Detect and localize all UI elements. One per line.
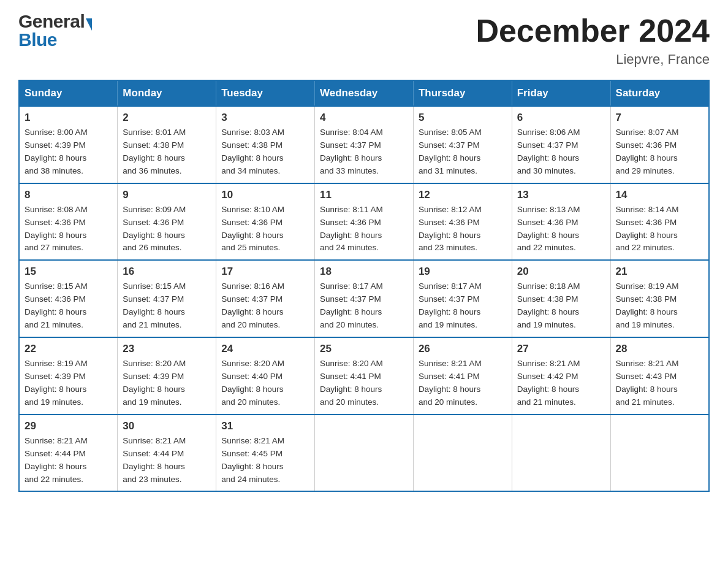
daylight-label: Daylight: 8 hours and 20 minutes. xyxy=(221,385,283,407)
daylight-label: Daylight: 8 hours and 33 minutes. xyxy=(320,153,382,175)
daylight-label: Daylight: 8 hours and 20 minutes. xyxy=(419,385,480,407)
sunset-time: 4:38 PM xyxy=(153,140,184,150)
sunset-time: 4:37 PM xyxy=(547,140,578,150)
daylight-label: Daylight: 8 hours and 22 minutes. xyxy=(25,462,86,484)
sunrise-time: 8:20 AM xyxy=(156,359,186,368)
col-monday: Monday xyxy=(118,80,216,106)
sunrise-label: Sunrise: xyxy=(320,128,352,137)
day-number: 31 xyxy=(221,420,309,432)
sunrise-time: 8:06 AM xyxy=(550,128,580,137)
day-info: Sunrise: 8:07 AM Sunset: 4:36 PM Dayligh… xyxy=(616,126,703,178)
sunset-time: 4:39 PM xyxy=(153,372,184,381)
day-info: Sunrise: 8:05 AM Sunset: 4:37 PM Dayligh… xyxy=(419,126,507,178)
day-number: 1 xyxy=(25,112,112,124)
sunrise-time: 8:03 AM xyxy=(254,128,284,137)
day-number: 25 xyxy=(320,343,408,355)
daylight-label: Daylight: 8 hours and 21 minutes. xyxy=(616,385,678,407)
sunset-time: 4:43 PM xyxy=(646,372,677,381)
daylight-label: Daylight: 8 hours and 24 minutes. xyxy=(221,462,283,484)
sunset-label: Sunset: xyxy=(25,449,55,458)
sunrise-time: 8:01 AM xyxy=(156,128,186,137)
day-info: Sunrise: 8:19 AM Sunset: 4:39 PM Dayligh… xyxy=(25,358,112,409)
table-row: 15 Sunrise: 8:15 AM Sunset: 4:36 PM Dayl… xyxy=(19,260,118,337)
day-number: 10 xyxy=(221,189,309,201)
day-number: 29 xyxy=(25,420,112,432)
sunrise-label: Sunrise: xyxy=(25,359,57,368)
sunset-time: 4:36 PM xyxy=(646,218,677,227)
sunrise-time: 8:07 AM xyxy=(648,128,679,137)
sunrise-label: Sunrise: xyxy=(419,205,451,214)
sunset-time: 4:41 PM xyxy=(449,372,479,381)
daylight-label: Daylight: 8 hours and 31 minutes. xyxy=(419,153,480,175)
daylight-label: Daylight: 8 hours and 22 minutes. xyxy=(517,231,579,253)
day-number: 23 xyxy=(123,343,211,355)
table-row: 5 Sunrise: 8:05 AM Sunset: 4:37 PM Dayli… xyxy=(413,106,512,183)
sunrise-time: 8:08 AM xyxy=(57,205,88,214)
day-info: Sunrise: 8:19 AM Sunset: 4:38 PM Dayligh… xyxy=(616,280,703,332)
logo: General Blue xyxy=(18,12,92,49)
sunrise-label: Sunrise: xyxy=(320,359,352,368)
calendar-week-row: 1 Sunrise: 8:00 AM Sunset: 4:39 PM Dayli… xyxy=(19,106,709,183)
sunset-time: 4:38 PM xyxy=(547,294,578,304)
sunset-label: Sunset: xyxy=(616,372,646,381)
table-row: 16 Sunrise: 8:15 AM Sunset: 4:37 PM Dayl… xyxy=(118,260,216,337)
table-row: 22 Sunrise: 8:19 AM Sunset: 4:39 PM Dayl… xyxy=(19,337,118,415)
sunrise-time: 8:18 AM xyxy=(550,282,580,291)
col-sunday: Sunday xyxy=(19,80,118,106)
col-friday: Friday xyxy=(512,80,610,106)
day-number: 2 xyxy=(123,112,211,124)
sunset-label: Sunset: xyxy=(419,372,449,381)
sunrise-label: Sunrise: xyxy=(517,282,550,291)
table-row: 24 Sunrise: 8:20 AM Sunset: 4:40 PM Dayl… xyxy=(216,337,315,415)
table-row: 19 Sunrise: 8:17 AM Sunset: 4:37 PM Dayl… xyxy=(413,260,512,337)
day-number: 6 xyxy=(517,112,605,124)
sunset-label: Sunset: xyxy=(221,218,252,227)
table-row: 27 Sunrise: 8:21 AM Sunset: 4:42 PM Dayl… xyxy=(512,337,610,415)
table-row: 26 Sunrise: 8:21 AM Sunset: 4:41 PM Dayl… xyxy=(413,337,512,415)
sunrise-label: Sunrise: xyxy=(320,205,352,214)
sunrise-time: 8:15 AM xyxy=(156,282,186,291)
day-number: 16 xyxy=(123,266,211,278)
day-number: 13 xyxy=(517,189,605,201)
sunset-label: Sunset: xyxy=(25,140,55,150)
sunset-time: 4:37 PM xyxy=(351,140,381,150)
table-row: 31 Sunrise: 8:21 AM Sunset: 4:45 PM Dayl… xyxy=(216,415,315,492)
daylight-label: Daylight: 8 hours and 27 minutes. xyxy=(25,231,86,253)
day-number: 17 xyxy=(221,266,309,278)
sunset-label: Sunset: xyxy=(221,449,252,458)
calendar-week-row: 22 Sunrise: 8:19 AM Sunset: 4:39 PM Dayl… xyxy=(19,337,709,415)
day-number: 26 xyxy=(419,343,507,355)
sunset-time: 4:42 PM xyxy=(547,372,578,381)
day-info: Sunrise: 8:21 AM Sunset: 4:41 PM Dayligh… xyxy=(419,358,507,409)
logo-name: General Blue xyxy=(18,12,92,49)
sunset-time: 4:37 PM xyxy=(252,294,282,304)
day-info: Sunrise: 8:20 AM Sunset: 4:41 PM Dayligh… xyxy=(320,358,408,409)
table-row: 3 Sunrise: 8:03 AM Sunset: 4:38 PM Dayli… xyxy=(216,106,315,183)
day-info: Sunrise: 8:00 AM Sunset: 4:39 PM Dayligh… xyxy=(25,126,112,178)
sunrise-time: 8:05 AM xyxy=(451,128,482,137)
daylight-label: Daylight: 8 hours and 21 minutes. xyxy=(517,385,579,407)
sunrise-time: 8:13 AM xyxy=(550,205,580,214)
table-row: 1 Sunrise: 8:00 AM Sunset: 4:39 PM Dayli… xyxy=(19,106,118,183)
day-info: Sunrise: 8:06 AM Sunset: 4:37 PM Dayligh… xyxy=(517,126,605,178)
daylight-label: Daylight: 8 hours and 21 minutes. xyxy=(25,307,86,329)
day-info: Sunrise: 8:11 AM Sunset: 4:36 PM Dayligh… xyxy=(320,204,408,255)
sunrise-label: Sunrise: xyxy=(221,436,254,445)
sunset-label: Sunset: xyxy=(419,218,449,227)
sunset-time: 4:44 PM xyxy=(153,449,184,458)
day-info: Sunrise: 8:18 AM Sunset: 4:38 PM Dayligh… xyxy=(517,280,605,332)
col-thursday: Thursday xyxy=(413,80,512,106)
day-info: Sunrise: 8:14 AM Sunset: 4:36 PM Dayligh… xyxy=(616,204,703,255)
col-saturday: Saturday xyxy=(610,80,709,106)
day-number: 24 xyxy=(221,343,309,355)
table-row: 13 Sunrise: 8:13 AM Sunset: 4:36 PM Dayl… xyxy=(512,183,610,261)
day-number: 12 xyxy=(419,189,507,201)
sunset-label: Sunset: xyxy=(517,140,548,150)
sunset-label: Sunset: xyxy=(25,372,55,381)
sunset-label: Sunset: xyxy=(123,294,153,304)
sunset-time: 4:41 PM xyxy=(351,372,381,381)
table-row: 17 Sunrise: 8:16 AM Sunset: 4:37 PM Dayl… xyxy=(216,260,315,337)
day-info: Sunrise: 8:04 AM Sunset: 4:37 PM Dayligh… xyxy=(320,126,408,178)
sunrise-time: 8:19 AM xyxy=(648,282,679,291)
sunrise-label: Sunrise: xyxy=(419,359,451,368)
